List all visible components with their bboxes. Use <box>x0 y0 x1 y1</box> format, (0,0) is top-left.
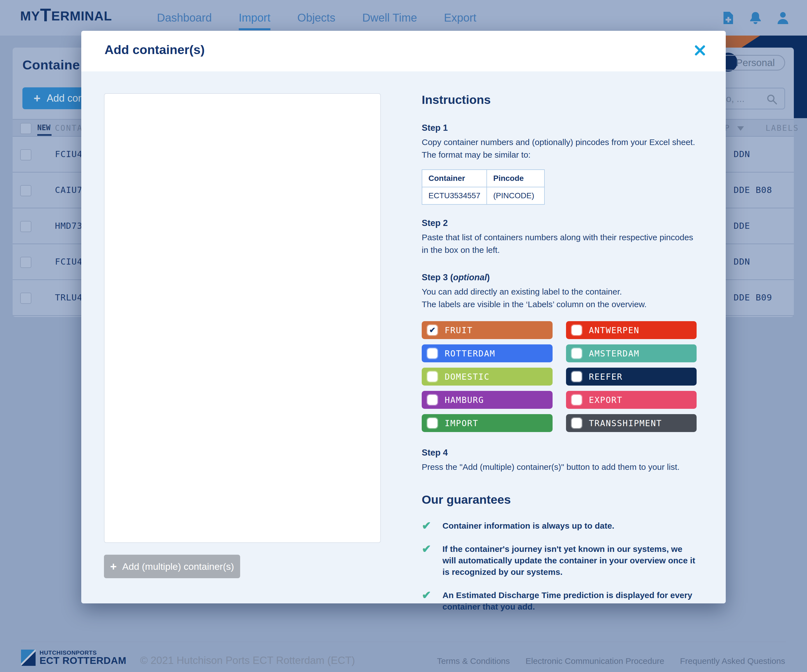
footer-copyright: © 2021 Hutchison Ports ECT Rotterdam (EC… <box>140 655 355 666</box>
nav-item-dwell-time[interactable]: Dwell Time <box>362 12 417 24</box>
brand-logo-pre: MY <box>20 10 40 22</box>
modal-body: + Add (multiple) container(s) Instructio… <box>81 71 726 603</box>
personal-toggle-label: Personal <box>736 57 775 68</box>
label-name: TRANSSHIPMENT <box>589 418 662 428</box>
account-icon[interactable] <box>776 11 790 25</box>
guarantee-text: Container information is always up to da… <box>442 520 614 531</box>
label-option-reefer[interactable]: REEFER <box>566 367 697 386</box>
nav-icon-group <box>721 0 790 36</box>
label-option-rotterdam[interactable]: ROTTERDAM <box>422 344 553 362</box>
checkmark-icon: ✔ <box>422 520 434 531</box>
search-input[interactable]: o, ... <box>718 88 785 109</box>
label-checkbox[interactable] <box>427 418 437 428</box>
label-option-import[interactable]: IMPORT <box>422 414 553 432</box>
instructions-title: Instructions <box>422 93 697 107</box>
label-checkbox[interactable] <box>572 325 582 335</box>
row-labels: DDN <box>734 257 750 266</box>
row-checkbox[interactable] <box>20 257 32 268</box>
instructions-panel: Instructions Step 1 Copy container numbe… <box>422 93 697 624</box>
row-checkbox[interactable] <box>20 221 32 232</box>
footer-links: Terms & ConditionsElectronic Communicati… <box>437 656 785 666</box>
guarantee-item: ✔An Estimated Discharge Time prediction … <box>422 589 697 612</box>
label-name: IMPORT <box>445 418 478 428</box>
guarantees-title: Our guarantees <box>422 493 697 506</box>
nav-item-objects[interactable]: Objects <box>297 12 335 24</box>
row-checkbox[interactable] <box>20 293 32 304</box>
page-title: Containe <box>22 57 80 73</box>
search-icon <box>766 93 778 106</box>
search-placeholder: o, ... <box>726 93 744 104</box>
label-name: ROTTERDAM <box>445 349 495 358</box>
guarantee-text: An Estimated Discharge Time prediction i… <box>442 589 697 612</box>
plus-icon: + <box>110 561 116 572</box>
example-table: Container Pincode ECTU3534557 (PINCODE) <box>422 169 545 205</box>
checkmark-icon: ✔ <box>422 589 434 612</box>
guarantee-item: ✔Container information is always up to d… <box>422 520 697 531</box>
step3-block: Step 3 (optional) You can add directly a… <box>422 272 697 311</box>
add-multiple-containers-button[interactable]: + Add (multiple) container(s) <box>104 554 240 578</box>
step2-title: Step 2 <box>422 218 697 228</box>
label-checkbox[interactable] <box>572 418 582 428</box>
plus-icon: + <box>34 93 41 104</box>
example-table-header-container: Container <box>422 170 487 187</box>
label-checkbox[interactable] <box>572 348 582 358</box>
footer-logo-line2: ECT ROTTERDAM <box>40 655 126 666</box>
step3-text-line1: You can add directly an existing label t… <box>422 285 697 298</box>
guarantee-text: If the container's journey isn't yet kno… <box>442 543 697 578</box>
top-navbar: MYTERMINAL DashboardImportObjectsDwell T… <box>0 0 807 36</box>
footer-link-electronic-communication-procedure[interactable]: Electronic Communication Procedure <box>526 656 664 666</box>
brand-logo-post: ERMINAL <box>51 10 112 22</box>
nav-item-import[interactable]: Import <box>239 12 271 24</box>
footer-link-terms-conditions[interactable]: Terms & Conditions <box>437 656 510 666</box>
label-checkbox[interactable] <box>427 348 437 358</box>
column-header-new[interactable]: NEW <box>37 124 50 132</box>
guarantees-list: ✔Container information is always up to d… <box>422 520 697 612</box>
label-option-domestic[interactable]: DOMESTIC <box>422 367 553 386</box>
container-paste-textarea[interactable] <box>104 93 381 543</box>
label-option-export[interactable]: EXPORT <box>566 391 697 409</box>
step1-title: Step 1 <box>422 123 697 133</box>
footer-divider <box>21 642 786 642</box>
footer-logo-line1: HUTCHISONPORTS <box>40 650 126 655</box>
personal-toggle[interactable]: Personal <box>719 55 785 71</box>
step1-text: Copy container numbers and (optionally) … <box>422 136 697 161</box>
label-name: EXPORT <box>589 395 623 405</box>
add-containers-modal: Add container(s) + Add (multiple) contai… <box>81 31 726 603</box>
label-checkbox[interactable] <box>572 395 582 405</box>
nav-item-export[interactable]: Export <box>444 12 477 24</box>
add-document-icon[interactable] <box>721 11 735 25</box>
app-root: MYTERMINAL DashboardImportObjectsDwell T… <box>0 0 807 672</box>
label-option-fruit[interactable]: ✔FRUIT <box>422 321 553 339</box>
row-labels: DDE <box>734 221 750 231</box>
column-header-labels[interactable]: LABELS <box>765 124 799 133</box>
brand-logo[interactable]: MYTERMINAL <box>20 8 112 22</box>
nav-item-dashboard[interactable]: Dashboard <box>157 12 212 24</box>
row-checkbox[interactable] <box>20 185 32 196</box>
step3-title-optional: optional <box>453 272 487 282</box>
label-checkbox[interactable] <box>427 372 437 382</box>
notifications-icon[interactable] <box>749 11 762 25</box>
select-all-checkbox[interactable] <box>20 123 32 134</box>
label-checkbox[interactable] <box>572 372 582 382</box>
row-labels: DDE B09 <box>734 292 772 303</box>
close-icon[interactable] <box>694 44 706 58</box>
label-option-amsterdam[interactable]: AMSTERDAM <box>566 344 697 362</box>
add-multiple-containers-label: Add (multiple) container(s) <box>122 561 234 572</box>
footer-logo[interactable]: HUTCHISONPORTS ECT ROTTERDAM <box>21 650 126 666</box>
sort-arrow-icon[interactable] <box>737 126 744 131</box>
label-name: FRUIT <box>445 325 473 335</box>
nav-menu: DashboardImportObjectsDwell TimeExport <box>157 0 477 36</box>
row-labels: DDN <box>734 149 750 159</box>
label-checkbox-checked[interactable]: ✔ <box>427 325 437 335</box>
label-checkbox[interactable] <box>427 395 437 405</box>
label-option-antwerpen[interactable]: ANTWERPEN <box>566 321 697 339</box>
step4-title: Step 4 <box>422 448 697 458</box>
step3-title: Step 3 (optional) <box>422 272 697 283</box>
label-option-hamburg[interactable]: HAMBURG <box>422 391 553 409</box>
row-checkbox[interactable] <box>20 149 32 161</box>
guarantee-item: ✔If the container's journey isn't yet kn… <box>422 543 697 578</box>
label-option-transshipment[interactable]: TRANSSHIPMENT <box>566 414 697 432</box>
footer-link-frequently-asked-questions[interactable]: Frequently Asked Questions <box>680 656 785 666</box>
example-table-cell-container: ECTU3534557 <box>422 187 487 204</box>
step3-text-line2: The labels are visible in the ‘Labels’ c… <box>422 298 697 311</box>
